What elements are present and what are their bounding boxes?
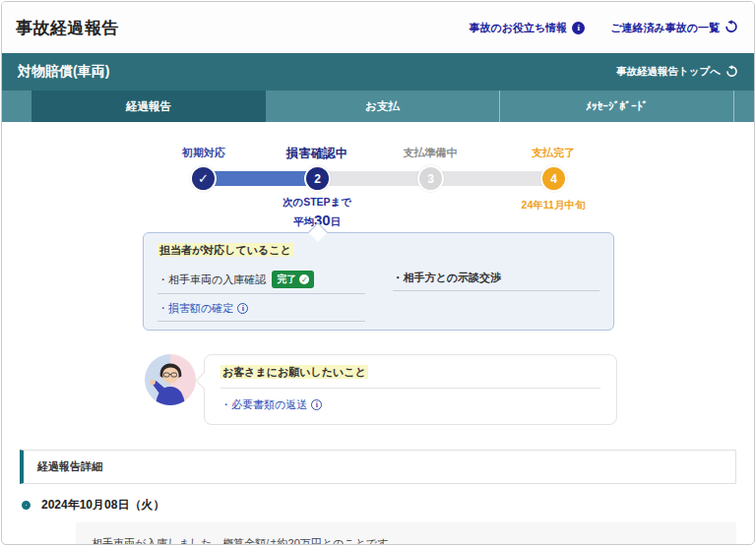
bubble-tail bbox=[196, 373, 213, 390]
customer-request-title: お客さまにお願いしたいこと bbox=[220, 365, 368, 379]
reported-accidents-list-label: ご連絡済み事故の一覧 bbox=[610, 21, 720, 35]
timeline-message: 相手車両が入庫しました。概算金額は約20万円とのことです。 損害額が確定しました… bbox=[76, 522, 736, 545]
required-documents-label: ・必要書類の返送 bbox=[220, 397, 307, 412]
tab-message-board[interactable]: ﾒｯｾｰｼﾞﾎﾞｰﾄﾞ bbox=[500, 91, 734, 122]
agent-avatar bbox=[145, 354, 196, 405]
customer-request-bubble: お客さまにお願いしたいこと ・必要書類の返送 i bbox=[204, 354, 617, 425]
step-circle-1-check-icon: ✓ bbox=[190, 165, 217, 192]
timeline-date: 2024年10月08日（火） bbox=[41, 497, 164, 514]
task-vehicle-checkin-label: ・相手車両の入庫確認 bbox=[158, 273, 266, 287]
next-step-note-line1: 次のSTEPまで bbox=[283, 196, 351, 208]
step-circle-3: 3 bbox=[417, 165, 444, 192]
step-label-payment-prep: 支払準備中 bbox=[361, 146, 499, 160]
task-settlement-negotiation: ・相手方との示談交渉 bbox=[393, 264, 600, 291]
settlement-negotiation-label: ・相手方との示談交渉 bbox=[393, 271, 502, 285]
header-links: 事故のお役立ち情報 i ご連絡済み事故の一覧 bbox=[469, 20, 738, 35]
agent-tasks-callout: 担当者が対応していること ・相手車両の入庫確認 完了 ✓ ・損害額の確定 i bbox=[143, 232, 614, 331]
agent-tasks-title: 担当者が対応していること bbox=[158, 243, 293, 257]
stepper-track bbox=[191, 171, 562, 186]
timeline-message-line1: 相手車両が入庫しました。概算金額は約20万円とのことです。 bbox=[92, 534, 721, 545]
timeline-dot-icon bbox=[22, 501, 31, 510]
info-icon: i bbox=[572, 22, 585, 34]
tab-progress-report[interactable]: 経過報告 bbox=[32, 91, 266, 122]
damage-amount-label: ・損害額の確定 bbox=[158, 301, 233, 316]
customer-request-row: お客さまにお願いしたいこと ・必要書類の返送 i bbox=[145, 354, 754, 425]
progress-detail-section-title: 経過報告詳細 bbox=[20, 450, 736, 484]
done-badge-label: 完了 bbox=[277, 273, 296, 286]
status-badge-done: 完了 ✓ bbox=[272, 271, 314, 288]
timeline-entry: 2024年10月08日（火） bbox=[22, 497, 754, 514]
avg-suffix: 日 bbox=[331, 215, 342, 227]
tab-bar: 経過報告 お支払 ﾒｯｾｰｼﾞﾎﾞｰﾄﾞ bbox=[2, 91, 754, 122]
return-arrow-icon bbox=[724, 20, 738, 35]
step-circle-4: 4 bbox=[540, 165, 567, 192]
required-documents-link[interactable]: ・必要書類の返送 i bbox=[220, 397, 600, 412]
tab-payment[interactable]: お支払 bbox=[266, 91, 500, 122]
page-title: 事故経過報告 bbox=[16, 17, 119, 39]
info-icon: i bbox=[311, 399, 322, 410]
check-circle-icon: ✓ bbox=[299, 274, 309, 284]
bubble-divider bbox=[220, 388, 600, 389]
case-bar: 対物賠償(車両) 事故経過報告トップへ 経過報告 お支払 ﾒｯｾｰｼﾞﾎﾞｰﾄﾞ bbox=[2, 53, 754, 122]
info-icon: i bbox=[237, 303, 248, 314]
accident-help-info-label: 事故のお役立ち情報 bbox=[469, 21, 567, 35]
completion-estimate: 24年11月中旬 bbox=[484, 199, 622, 212]
accident-report-page: 事故経過報告 事故のお役立ち情報 i ご連絡済み事故の一覧 対物賠償(車両) 事… bbox=[1, 1, 755, 545]
step-label-payment-done: 支払完了 bbox=[484, 146, 622, 160]
reported-accidents-list-link[interactable]: ご連絡済み事故の一覧 bbox=[610, 20, 738, 35]
task-vehicle-checkin: ・相手車両の入庫確認 完了 ✓ bbox=[158, 264, 365, 294]
avg-prefix: 平均 bbox=[293, 215, 314, 227]
step-circle-2: 2 bbox=[304, 165, 331, 192]
report-top-label: 事故経過報告トップへ bbox=[616, 65, 721, 79]
progress-stepper: 初期対応 損害確認中 支払準備中 支払完了 ✓ 2 3 4 次のSTEPまで 平… bbox=[2, 146, 754, 232]
damage-amount-link[interactable]: ・損害額の確定 i bbox=[158, 301, 248, 316]
task-damage-amount: ・損害額の確定 i bbox=[158, 294, 365, 322]
return-arrow-icon bbox=[725, 65, 738, 80]
top-header: 事故経過報告 事故のお役立ち情報 i ご連絡済み事故の一覧 bbox=[2, 2, 754, 53]
coverage-title: 対物賠償(車両) bbox=[18, 63, 109, 81]
report-top-link[interactable]: 事故経過報告トップへ bbox=[616, 65, 738, 80]
accident-help-info-link[interactable]: 事故のお役立ち情報 i bbox=[469, 21, 585, 35]
